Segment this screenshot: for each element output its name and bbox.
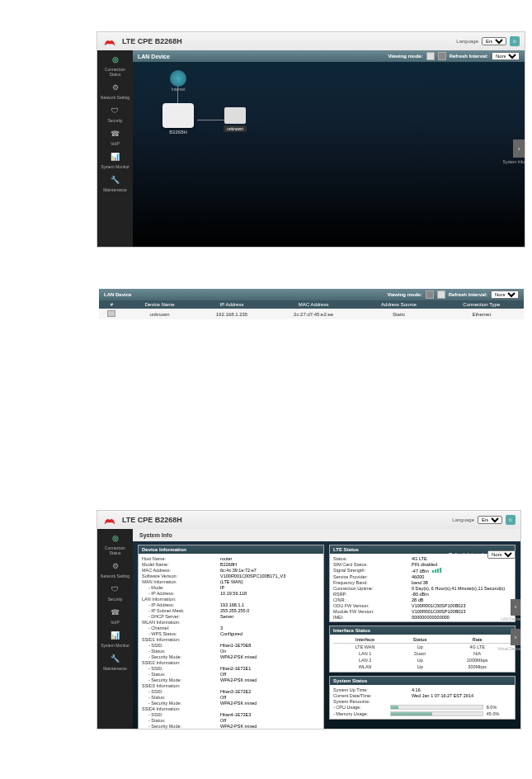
sidebar-item-security[interactable]: 🛡Security — [99, 105, 132, 123]
sidebar-item-connection-status[interactable]: ◎Connection Status — [99, 54, 132, 77]
info-row: - Security Mode:WPA2-PSK mixed — [142, 700, 320, 706]
sidebar: ◎Connection Status ⚙Network Setting 🛡Sec… — [97, 529, 133, 729]
sidebar-item-security[interactable]: 🛡Security — [99, 583, 132, 602]
cpu-value: 8.0% — [487, 705, 511, 710]
info-value — [220, 620, 320, 625]
next-page-arrow[interactable]: ›System Info — [513, 139, 525, 158]
view-grid-button[interactable] — [426, 52, 435, 60]
topology-router[interactable]: B2268H — [158, 103, 199, 140]
device-table: # Device Name IP Address MAC Address Add… — [99, 300, 524, 319]
cell-interface: LAN 1 — [333, 650, 397, 657]
info-key: RSRP: — [333, 592, 412, 597]
info-value: WPA2-PSK mixed — [220, 724, 320, 729]
info-value: WPA2-PSK mixed — [220, 654, 320, 659]
logout-icon[interactable]: ⎋ — [506, 515, 516, 525]
info-row: MAC Address:6c:4c:39:1e:72:e7 — [142, 567, 320, 573]
info-row: Module FW Version:V100R001C00SP100B023 — [333, 608, 511, 614]
phone-icon: ☎ — [110, 128, 121, 139]
info-key: IMEI: — [333, 615, 412, 620]
next-page-arrow[interactable]: ›Virtual Device — [511, 629, 520, 645]
info-key: Signal Strength: — [333, 568, 412, 574]
info-key: CINR: — [333, 597, 412, 602]
info-key: - Status: — [142, 649, 220, 654]
sidebar-item-voip[interactable]: ☎VoIP — [99, 607, 132, 625]
info-row: IMEI:000000000000000 — [333, 614, 511, 620]
viewing-mode-label: Viewing mode: — [387, 292, 421, 297]
info-row: - Security Mode:WPA2-PSK mixed — [142, 723, 320, 729]
info-key: SSID2 Information: — [142, 660, 220, 665]
logout-icon[interactable]: ⎋ — [510, 36, 520, 46]
info-value — [220, 637, 320, 642]
resource-label: System Resource: — [333, 699, 412, 704]
sidebar-item-maintenance[interactable]: 🔧Maintenance — [99, 174, 132, 192]
globe-icon — [170, 70, 186, 87]
info-value: 0 Day(s), 6 Hour(s),41 Minute(s),11 Seco… — [412, 586, 511, 591]
info-value: 6c:4c:39:1e:72:e7 — [220, 568, 320, 573]
monitor-icon: 📊 — [110, 151, 121, 163]
sidebar-item-voip[interactable]: ☎VoIP — [99, 128, 132, 146]
topology-client[interactable]: unknown — [224, 107, 247, 132]
sidebar-item-system-monitor[interactable]: 📊System Monitor — [99, 151, 132, 169]
gear-icon: ⚙ — [110, 82, 121, 93]
refresh-interval-select[interactable]: None — [487, 550, 516, 559]
language-label: Language — [456, 39, 478, 44]
sidebar-item-maintenance[interactable]: 🔧Maintenance — [99, 653, 132, 671]
cell-mac: 2c:27:d7:45:e2:ee — [269, 309, 359, 319]
info-row: - Status:On — [142, 648, 320, 654]
info-row: Service Provider:46000 — [333, 574, 511, 579]
info-key: WLAN Information: — [142, 620, 220, 625]
info-row: SSID1 Information: — [142, 636, 320, 642]
panel-title: LAN Device — [138, 54, 170, 59]
product-name: LTE CPE B2268H — [122, 37, 182, 45]
sidebar-item-connection-status[interactable]: ◎Connection Status — [99, 532, 132, 555]
refresh-interval-select[interactable]: None — [492, 52, 520, 60]
info-row: - SSID:Hitan3-1E72E2 — [142, 688, 320, 694]
info-row: RSRP:-80 dBm — [333, 591, 511, 597]
info-key: - DHCP Server: — [142, 614, 220, 619]
language-select[interactable]: English — [478, 516, 502, 524]
topology-internet[interactable]: Internet — [166, 70, 191, 92]
info-key: Frequency Band: — [333, 580, 412, 585]
language-select[interactable]: English — [482, 37, 506, 45]
info-row: - Security Mode:WPA2-PSK mixed — [142, 654, 320, 659]
topology-link — [197, 120, 225, 120]
sidebar-item-network-setting[interactable]: ⚙Network Setting — [99, 82, 132, 100]
info-value: IP — [220, 585, 320, 590]
view-list-button[interactable] — [438, 52, 446, 60]
prev-page-arrow[interactable]: ‹LAN Device — [511, 599, 520, 616]
table-row: LTE WANUp4G LTE — [333, 644, 511, 651]
info-value: band 38 — [412, 580, 511, 585]
table-row[interactable]: unknown 192.168.1.235 2c:27:d7:45:e2:ee … — [99, 309, 524, 319]
info-row: Software Version:V100R001C00SPC100B171_V… — [142, 573, 320, 578]
mem-value: 45.0% — [487, 711, 511, 716]
info-value: V100R001C00SPC100B171_V3 — [220, 574, 320, 578]
info-value: -47 dBm — [412, 568, 511, 574]
table-row: LAN 2Up1000Mbps — [333, 657, 511, 663]
sidebar-item-system-monitor[interactable]: 📊System Monitor — [99, 630, 132, 648]
info-value: Hitan3-1E72E2 — [220, 689, 320, 694]
info-value: PIN disabled — [412, 562, 511, 567]
info-key: MAC Address: — [142, 568, 220, 573]
info-row: ODU FW Version:V100R001C00SP100B023 — [333, 602, 511, 608]
view-list-button[interactable] — [437, 290, 445, 299]
info-value: (LTE WAN) — [220, 579, 320, 584]
cpu-bar — [390, 705, 483, 710]
shield-icon: 🛡 — [110, 105, 121, 116]
info-value: 000000000000000 — [412, 615, 511, 620]
info-row: - SSID:Hitan1-1E70E8 — [142, 642, 320, 648]
info-value: 28 dB — [412, 597, 511, 602]
info-row: WAN Information(LTE WAN) — [142, 578, 320, 584]
info-key: Host Name: — [142, 556, 220, 561]
sidebar-item-network-setting[interactable]: ⚙Network Setting — [99, 560, 132, 578]
phone-icon: ☎ — [110, 607, 121, 618]
view-grid-button[interactable] — [426, 290, 434, 299]
refresh-interval-select[interactable]: None — [491, 290, 519, 299]
refresh-interval-label: Refresh Interval: — [449, 292, 487, 297]
info-key: Service Provider: — [333, 574, 412, 579]
info-key: - SSID: — [142, 666, 220, 671]
table-row: WLANUp300Mbps — [333, 663, 511, 670]
monitor-icon: 📊 — [110, 630, 121, 641]
cell-status: Up — [397, 657, 443, 663]
product-name: LTE CPE B2268H — [122, 516, 182, 524]
device-information-box: Device Information Host Name:routerModel… — [138, 545, 324, 729]
